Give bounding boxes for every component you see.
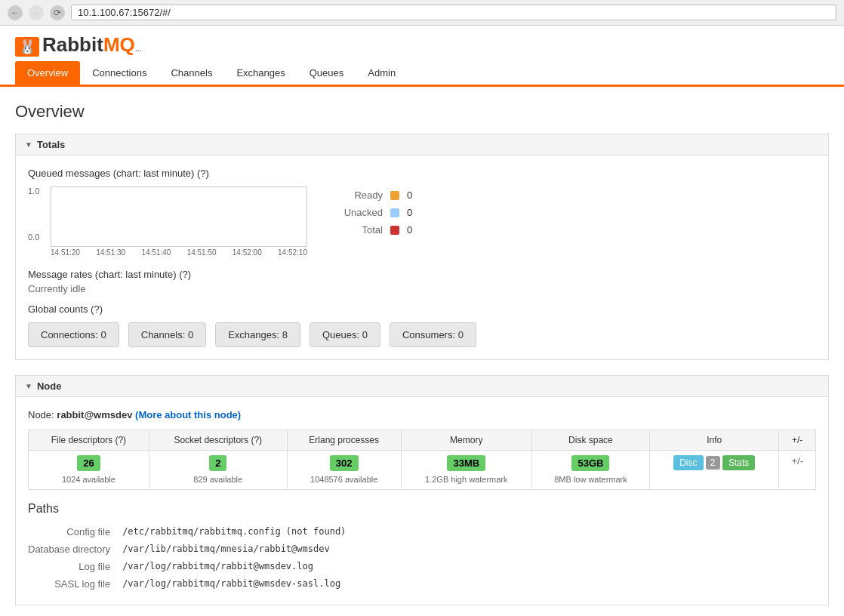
paths-value-database: /var/lib/rabbitmq/mnesia/rabbit@wmsdev [122, 541, 355, 558]
legend-unacked-dot [390, 208, 399, 217]
forward-button[interactable]: → [29, 5, 44, 20]
message-rates-title: Message rates (chart: last minute) (?) [28, 269, 816, 280]
logo: 🐰RabbitMQ... [15, 33, 142, 57]
chart-x-labels: 14:51:20 14:51:30 14:51:40 14:51:50 14:5… [51, 248, 307, 257]
cell-info: Disc 2 Stats [650, 451, 779, 490]
legend-ready-value: 0 [407, 189, 412, 201]
x-label-1: 14:51:30 [96, 248, 125, 257]
global-counts-title: Global counts (?) [28, 303, 816, 315]
count-consumers-value: 0 [458, 329, 464, 340]
legend-ready: Ready 0 [330, 189, 412, 201]
legend-unacked: Unacked 0 [330, 207, 412, 218]
x-label-4: 14:52:00 [233, 248, 262, 257]
cell-disk: 53GB 8MB low watermark [531, 451, 649, 490]
totals-section-header[interactable]: ▼ Totals [16, 134, 828, 156]
url-bar[interactable] [71, 5, 836, 20]
nav-item-connections[interactable]: Connections [80, 61, 159, 85]
legend-ready-dot [390, 191, 399, 200]
paths-label-sasl: SASL log file [28, 575, 122, 593]
th-disk: Disk space [531, 430, 649, 451]
node-title: Node: rabbit@wmsdev (More about this nod… [28, 409, 816, 420]
nav-menu: Overview Connections Channels Exchanges … [0, 61, 844, 85]
plus-minus-icon[interactable]: +/- [791, 455, 803, 467]
count-exchanges[interactable]: Exchanges: 8 [215, 322, 300, 347]
nav-item-exchanges[interactable]: Exchanges [224, 61, 297, 85]
queued-messages-title: Queued messages (chart: last minute) (?) [28, 168, 816, 179]
count-channels[interactable]: Channels: 0 [128, 322, 206, 347]
file-desc-avail: 1024 available [62, 475, 116, 484]
count-connections-value: 0 [101, 329, 106, 340]
paths-value-config: /etc/rabbitmq/rabbitmq.config (not found… [122, 523, 355, 541]
node-label: Node: [28, 409, 54, 420]
node-section-title: Node [37, 380, 62, 392]
table-row: 26 1024 available 2 829 available 302 10… [29, 451, 816, 490]
paths-row-sasl: SASL log file /var/log/rabbitmq/rabbit@w… [28, 575, 355, 593]
node-section: ▼ Node Node: rabbit@wmsdev (More about t… [15, 375, 829, 605]
legend-total-dot [390, 226, 399, 235]
memory-avail: 1.2GB high watermark [425, 475, 507, 484]
paths-row-config: Config file /etc/rabbitmq/rabbitmq.confi… [28, 523, 355, 541]
count-consumers[interactable]: Consumers: 0 [390, 322, 476, 347]
socket-desc-avail: 829 available [193, 475, 242, 484]
x-label-5: 14:52:10 [278, 248, 307, 257]
node-table-header-row: File descriptors (?) Socket descriptors … [29, 430, 816, 451]
back-button[interactable]: ← [8, 5, 23, 20]
count-channels-value: 0 [188, 329, 193, 340]
legend-unacked-value: 0 [407, 207, 412, 218]
node-section-header[interactable]: ▼ Node [16, 376, 828, 397]
count-exchanges-value: 8 [282, 329, 288, 340]
count-consumers-label: Consumers: [402, 329, 455, 340]
paths-label-log: Log file [28, 558, 122, 575]
paths-title: Paths [28, 502, 816, 516]
paths-value-sasl: /var/log/rabbitmq/rabbit@wmsdev-sasl.log [122, 575, 355, 593]
chart-area: 1.0 0.0 14:51:20 14:51:30 14:51:40 14:51… [28, 186, 300, 257]
memory-value: 33MB [447, 455, 485, 471]
paths-row-database: Database directory /var/lib/rabbitmq/mne… [28, 541, 355, 558]
count-exchanges-label: Exchanges: [228, 329, 279, 340]
nav-item-channels[interactable]: Channels [159, 61, 224, 85]
node-section-body: Node: rabbit@wmsdev (More about this nod… [16, 397, 828, 605]
th-erlang: Erlang processes [287, 430, 401, 451]
count-connections[interactable]: Connections: 0 [28, 322, 119, 347]
paths-label-database: Database directory [28, 541, 122, 558]
x-label-2: 14:51:40 [141, 248, 171, 257]
th-socket-desc: Socket descriptors (?) [149, 430, 287, 451]
top-nav: 🐰RabbitMQ... Overview Connections Channe… [0, 26, 844, 87]
browser-chrome: ← → ⟳ [0, 0, 844, 26]
paths-table: Config file /etc/rabbitmq/rabbitmq.confi… [28, 523, 355, 593]
page-content: Overview ▼ Totals Queued messages (chart… [0, 87, 844, 616]
currently-idle: Currently idle [28, 283, 816, 294]
node-table: File descriptors (?) Socket descriptors … [28, 430, 816, 490]
legend-total-label: Total [330, 224, 383, 236]
paths-label-config: Config file [28, 523, 122, 541]
nav-item-admin[interactable]: Admin [356, 61, 408, 85]
th-plus-minus: +/- [779, 430, 816, 451]
chart-y-top: 1.0 [28, 186, 39, 196]
disc-button[interactable]: Disc [673, 455, 703, 470]
paths-value-log: /var/log/rabbitmq/rabbit@wmsdev.log [122, 558, 355, 575]
count-connections-label: Connections: [41, 329, 98, 340]
cell-erlang: 302 1048576 available [287, 451, 401, 490]
totals-section: ▼ Totals Queued messages (chart: last mi… [15, 134, 829, 360]
node-more-link[interactable]: (More about this node) [135, 409, 241, 420]
counts-row: Connections: 0 Channels: 0 Exchanges: 8 … [28, 322, 816, 347]
node-toggle-icon: ▼ [25, 382, 32, 390]
reload-button[interactable]: ⟳ [50, 5, 65, 20]
th-info: Info [650, 430, 779, 451]
th-file-desc: File descriptors (?) [29, 430, 149, 451]
disk-value: 53GB [571, 455, 609, 471]
disk-avail: 8MB low watermark [554, 475, 627, 484]
x-label-3: 14:51:50 [187, 248, 217, 257]
nav-item-overview[interactable]: Overview [15, 61, 80, 85]
nav-item-queues[interactable]: Queues [297, 61, 356, 85]
erlang-value: 302 [330, 455, 359, 471]
logo-area: 🐰RabbitMQ... [0, 26, 844, 57]
cell-plus-minus[interactable]: +/- [779, 451, 816, 490]
stats-button[interactable]: Stats [722, 455, 755, 470]
cell-socket-desc: 2 829 available [149, 451, 287, 490]
socket-desc-value: 2 [209, 455, 226, 471]
chart-legend: Ready 0 Unacked 0 Total 0 [330, 186, 412, 236]
totals-section-title: Totals [37, 139, 65, 150]
count-queues[interactable]: Queues: 0 [310, 322, 380, 347]
num-badge: 2 [706, 456, 720, 470]
